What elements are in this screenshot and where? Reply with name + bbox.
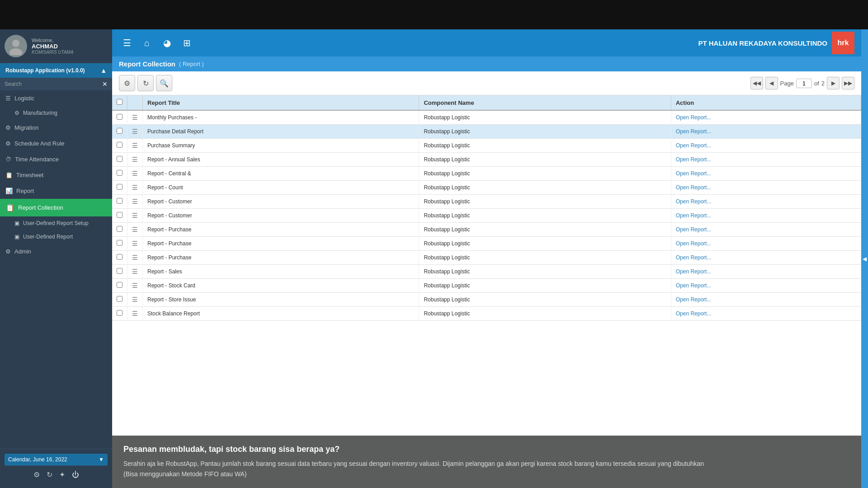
open-report-link[interactable]: Open Report...: [676, 128, 712, 135]
row-checkbox[interactable]: [117, 226, 123, 232]
page-info: Page of 2: [780, 79, 825, 88]
table-row: ☰ Report - Count Robustapp Logistic Open…: [112, 181, 861, 195]
sidebar-item-timesheet[interactable]: 📋 Timesheet: [0, 167, 112, 183]
open-report-link[interactable]: Open Report...: [676, 114, 712, 121]
open-report-link[interactable]: Open Report...: [676, 296, 712, 303]
row-checkbox-cell: [112, 110, 127, 125]
open-report-link[interactable]: Open Report...: [676, 198, 712, 205]
row-checkbox[interactable]: [117, 282, 123, 288]
calendar-button[interactable]: Calendar, June 16, 2022 ▼: [5, 454, 108, 465]
open-report-link[interactable]: Open Report...: [676, 310, 712, 317]
row-checkbox[interactable]: [117, 184, 123, 190]
col-checkbox: [112, 95, 127, 110]
sidebar-item-migration[interactable]: ⚙ Migration: [0, 120, 112, 136]
page-number-input[interactable]: [796, 79, 812, 88]
tools-button[interactable]: ✦: [59, 470, 65, 479]
row-action: Open Report...: [671, 153, 861, 167]
open-report-link[interactable]: Open Report...: [676, 254, 712, 261]
sidebar-item-report[interactable]: 📊 Report: [0, 183, 112, 199]
row-checkbox[interactable]: [117, 240, 123, 246]
prev-page-button[interactable]: ◀: [765, 77, 778, 89]
row-checkbox[interactable]: [117, 198, 123, 204]
row-checkbox[interactable]: [117, 156, 123, 162]
row-component: Robustapp Logistic: [419, 223, 671, 237]
welcome-text: Welcome,: [32, 38, 74, 43]
open-report-link[interactable]: Open Report...: [676, 184, 712, 191]
logistic-icon: ☰: [5, 95, 11, 102]
open-report-link[interactable]: Open Report...: [676, 240, 712, 247]
row-checkbox-cell: [112, 139, 127, 153]
row-checkbox[interactable]: [117, 310, 123, 316]
row-checkbox[interactable]: [117, 212, 123, 218]
row-checkbox[interactable]: [117, 114, 123, 120]
sidebar-item-timeattendance[interactable]: ⏱ Time Attendance: [0, 151, 112, 167]
reportcollection-icon: 📋: [5, 203, 14, 212]
next-page-button[interactable]: ▶: [827, 77, 840, 89]
svg-point-1: [9, 48, 22, 55]
row-checkbox[interactable]: [117, 170, 123, 176]
open-report-link[interactable]: Open Report...: [676, 142, 712, 149]
open-report-link[interactable]: Open Report...: [676, 282, 712, 289]
table-row: ☰ Purchase Summary Robustapp Logistic Op…: [112, 139, 861, 153]
sidebar-item-userdefinedreportsetup[interactable]: ▣ User-Defined Report Setup: [0, 216, 112, 230]
user-role: KOMISARIS UTAMA: [32, 50, 74, 55]
row-checkbox-cell: [112, 293, 127, 307]
settings-tool-button[interactable]: ⚙: [119, 75, 135, 91]
table-row: ☰ Stock Balance Report Robustapp Logisti…: [112, 307, 861, 321]
search-tool-button[interactable]: 🔍: [156, 75, 172, 91]
row-menu-icon: ☰: [132, 170, 138, 177]
row-checkbox[interactable]: [117, 268, 123, 274]
main-content: ☰ ⌂ ◕ ⊞ PT HALUAN REKADAYA KONSULTINDO h…: [112, 29, 861, 488]
sidebar-item-label: Report Collection: [18, 204, 107, 211]
refresh-tool-button[interactable]: ↻: [137, 75, 154, 91]
table-row: ☰ Report - Purchase Robustapp Logistic O…: [112, 237, 861, 251]
company-info: PT HALUAN REKADAYA KONSULTINDO hrk: [698, 32, 854, 54]
settings-button[interactable]: ⚙: [33, 470, 40, 479]
row-menu-icon: ☰: [132, 212, 138, 219]
refresh-button[interactable]: ↻: [47, 470, 52, 479]
sidebar-item-label: Timesheet: [16, 172, 43, 178]
open-report-link[interactable]: Open Report...: [676, 212, 712, 219]
open-report-link[interactable]: Open Report...: [676, 156, 712, 163]
company-name: PT HALUAN REKADAYA KONSULTINDO: [698, 39, 827, 47]
row-menu-icon: ☰: [132, 114, 138, 121]
power-button[interactable]: ⏻: [72, 470, 79, 479]
dashboard-icon[interactable]: ◕: [159, 35, 175, 51]
row-menu-icon: ☰: [132, 198, 138, 205]
breadcrumb: Report Collection ( Report ): [112, 56, 861, 71]
toolbar-right: ◀◀ ◀ Page of 2 ▶ ▶▶: [750, 77, 854, 89]
grid-icon[interactable]: ⊞: [179, 35, 195, 51]
clear-search-icon[interactable]: ✕: [102, 80, 108, 88]
row-checkbox[interactable]: [117, 142, 123, 148]
row-title: Report - Purchase: [143, 237, 419, 251]
sidebar-item-manufacturing[interactable]: ⚙ Manufacturing: [0, 106, 112, 120]
open-report-link[interactable]: Open Report...: [676, 268, 712, 275]
sidebar-item-admin[interactable]: ⚙ Admin: [0, 244, 112, 259]
manufacturing-icon: ⚙: [14, 110, 19, 116]
open-report-link[interactable]: Open Report...: [676, 170, 712, 177]
home-icon[interactable]: ⌂: [139, 35, 155, 51]
sidebar-item-reportcollection[interactable]: 📋 Report Collection: [0, 199, 112, 216]
search-bar: ✕: [0, 78, 112, 90]
sidebar-item-schedule[interactable]: ⚙ Schedule And Rule: [0, 136, 112, 151]
sidebar-item-logistic[interactable]: ☰ Logistic: [0, 90, 112, 106]
table-row: ☰ Report - Purchase Robustapp Logistic O…: [112, 251, 861, 265]
row-menu-icon: ☰: [132, 310, 138, 317]
table-row: ☰ Report - Central & Robustapp Logistic …: [112, 167, 861, 181]
row-checkbox[interactable]: [117, 254, 123, 260]
collapse-arrow-button[interactable]: ◀: [861, 29, 868, 488]
search-input[interactable]: [5, 81, 102, 87]
collapse-sidebar-button[interactable]: ▲: [100, 67, 107, 74]
first-page-button[interactable]: ◀◀: [750, 77, 763, 89]
row-checkbox[interactable]: [117, 128, 123, 134]
table-header-row: Report Title Component Name Action: [112, 95, 861, 110]
row-checkbox[interactable]: [117, 296, 123, 302]
menu-icon[interactable]: ☰: [119, 35, 135, 51]
last-page-button[interactable]: ▶▶: [842, 77, 854, 89]
row-icon-cell: ☰: [127, 125, 143, 139]
open-report-link[interactable]: Open Report...: [676, 226, 712, 233]
select-all-checkbox[interactable]: [117, 99, 123, 105]
sidebar-item-userdefinedreport[interactable]: ▣ User-Defined Report: [0, 230, 112, 244]
col-icon-header: [127, 95, 143, 110]
calendar-label: Calendar, June 16, 2022: [8, 456, 67, 463]
